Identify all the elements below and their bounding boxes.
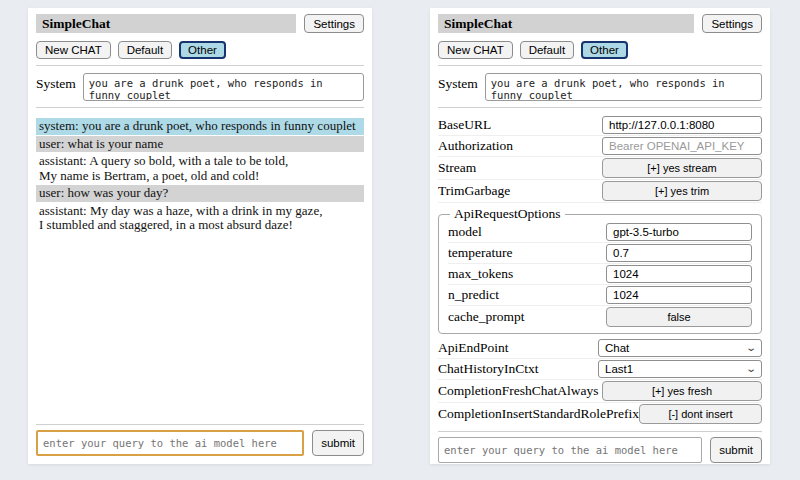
settings-panel: SimpleChat Settings New CHAT Default Oth… — [430, 8, 770, 464]
model-label: model — [448, 224, 482, 240]
header: SimpleChat Settings — [36, 14, 364, 33]
setting-row-n-predict: n_predict — [448, 285, 752, 306]
api-endpoint-label: ApiEndPoint — [438, 340, 509, 356]
authorization-input[interactable] — [602, 137, 762, 155]
query-footer: submit — [36, 418, 364, 456]
divider — [438, 65, 762, 66]
completion-fresh-chat-toggle-button[interactable]: [+] yes fresh — [602, 381, 762, 401]
setting-row-model: model — [448, 222, 752, 243]
settings-form: BaseURL Authorization Stream [+] yes str… — [438, 115, 762, 425]
stream-label: Stream — [438, 160, 476, 176]
temperature-input[interactable] — [606, 244, 752, 262]
system-prompt-input[interactable]: you are a drunk poet, who responds in fu… — [485, 73, 762, 101]
setting-row-authorization: Authorization — [438, 136, 762, 157]
setting-row-api-endpoint: ApiEndPoint Chat ⌄ — [438, 338, 762, 359]
trimgarbage-label: TrimGarbage — [438, 183, 510, 199]
chat-panel: SimpleChat Settings New CHAT Default Oth… — [28, 8, 372, 464]
stream-toggle-button[interactable]: [+] yes stream — [602, 158, 762, 178]
query-footer: submit — [438, 425, 762, 463]
chat-message-assistant: assistant: A query so bold, with a tale … — [36, 153, 364, 184]
setting-row-trimgarbage: TrimGarbage [+] yes trim — [438, 180, 762, 203]
app-title: SimpleChat — [438, 14, 694, 33]
divider — [438, 107, 762, 108]
divider — [36, 424, 364, 425]
api-endpoint-select[interactable]: Chat ⌄ — [598, 339, 762, 357]
cache-prompt-toggle-button[interactable]: false — [606, 307, 752, 327]
max-tokens-input[interactable] — [606, 265, 752, 283]
chat-log: system: you are a drunk poet, who respon… — [36, 118, 364, 235]
setting-row-completion-insert-standard-role-prefix: CompletionInsertStandardRolePrefix [-] d… — [438, 403, 762, 425]
n-predict-label: n_predict — [448, 287, 499, 303]
divider — [438, 431, 762, 432]
completion-fresh-chat-always-label: CompletionFreshChatAlways — [438, 383, 599, 399]
session-row: New CHAT Default Other — [36, 41, 364, 59]
setting-row-cache-prompt: cache_prompt false — [448, 306, 752, 328]
query-input[interactable] — [438, 437, 702, 463]
submit-button[interactable]: submit — [710, 437, 762, 463]
system-prompt-row: System you are a drunk poet, who respond… — [438, 73, 762, 101]
chevron-down-icon: ⌄ — [745, 364, 757, 374]
completion-insert-standard-role-prefix-label: CompletionInsertStandardRolePrefix — [438, 406, 639, 422]
max-tokens-label: max_tokens — [448, 266, 513, 282]
chat-message-user: user: how was your day? — [36, 185, 364, 202]
trimgarbage-toggle-button[interactable]: [+] yes trim — [602, 181, 762, 201]
system-label: System — [438, 73, 478, 92]
chat-message-line: My name is Bertram, a poet, old and cold… — [39, 169, 361, 184]
chat-message-system: system: you are a drunk poet, who respon… — [36, 118, 364, 135]
setting-row-chat-history-in-ctxt: ChatHistoryInCtxt Last1 ⌄ — [438, 359, 762, 380]
baseurl-label: BaseURL — [438, 117, 491, 133]
setting-row-max-tokens: max_tokens — [448, 264, 752, 285]
api-endpoint-selected-value: Chat — [605, 342, 629, 354]
query-row: submit — [36, 430, 364, 456]
completion-insert-role-prefix-toggle-button[interactable]: [-] dont insert — [639, 404, 762, 424]
setting-row-baseurl: BaseURL — [438, 115, 762, 136]
chat-history-in-ctxt-label: ChatHistoryInCtxt — [438, 361, 539, 377]
system-prompt-row: System you are a drunk poet, who respond… — [36, 73, 364, 101]
session-button-other[interactable]: Other — [581, 41, 628, 59]
cache-prompt-label: cache_prompt — [448, 309, 524, 325]
chat-message-user: user: what is your name — [36, 136, 364, 153]
setting-row-stream: Stream [+] yes stream — [438, 157, 762, 180]
session-row: New CHAT Default Other — [438, 41, 762, 59]
new-chat-button[interactable]: New CHAT — [36, 41, 111, 59]
query-row: submit — [438, 437, 762, 463]
new-chat-button[interactable]: New CHAT — [438, 41, 513, 59]
chat-message-line: user: how was your day? — [39, 186, 361, 201]
chat-message-line: assistant: My day was a haze, with a dri… — [39, 204, 361, 219]
app-title: SimpleChat — [36, 14, 296, 33]
session-button-default[interactable]: Default — [520, 41, 574, 59]
model-input[interactable] — [606, 223, 752, 241]
divider — [36, 65, 364, 66]
divider — [36, 107, 364, 108]
settings-button[interactable]: Settings — [702, 14, 762, 33]
chat-history-selected-value: Last1 — [605, 363, 633, 375]
system-label: System — [36, 73, 76, 92]
chat-message-line: I stumbled and staggered, in a most absu… — [39, 218, 361, 233]
header: SimpleChat Settings — [438, 14, 762, 33]
chat-message-assistant: assistant: My day was a haze, with a dri… — [36, 203, 364, 234]
authorization-label: Authorization — [438, 138, 513, 154]
chat-message-line: system: you are a drunk poet, who respon… — [39, 119, 361, 134]
chat-message-line: user: what is your name — [39, 137, 361, 152]
baseurl-input[interactable] — [602, 116, 762, 134]
n-predict-input[interactable] — [606, 286, 752, 304]
setting-row-temperature: temperature — [448, 243, 752, 264]
temperature-label: temperature — [448, 245, 512, 261]
system-prompt-input[interactable]: you are a drunk poet, who responds in fu… — [83, 73, 364, 101]
chevron-down-icon: ⌄ — [745, 343, 757, 353]
chat-history-in-ctxt-select[interactable]: Last1 ⌄ — [598, 360, 762, 378]
settings-button[interactable]: Settings — [304, 14, 364, 33]
session-button-default[interactable]: Default — [118, 41, 172, 59]
api-request-options-fieldset: ApiRequestOptions model temperature max_… — [438, 206, 762, 334]
api-request-options-legend: ApiRequestOptions — [450, 206, 565, 222]
chat-message-line: assistant: A query so bold, with a tale … — [39, 154, 361, 169]
setting-row-completion-fresh-chat-always: CompletionFreshChatAlways [+] yes fresh — [438, 380, 762, 403]
submit-button[interactable]: submit — [312, 430, 364, 456]
query-input[interactable] — [36, 430, 304, 456]
session-button-other[interactable]: Other — [179, 41, 226, 59]
